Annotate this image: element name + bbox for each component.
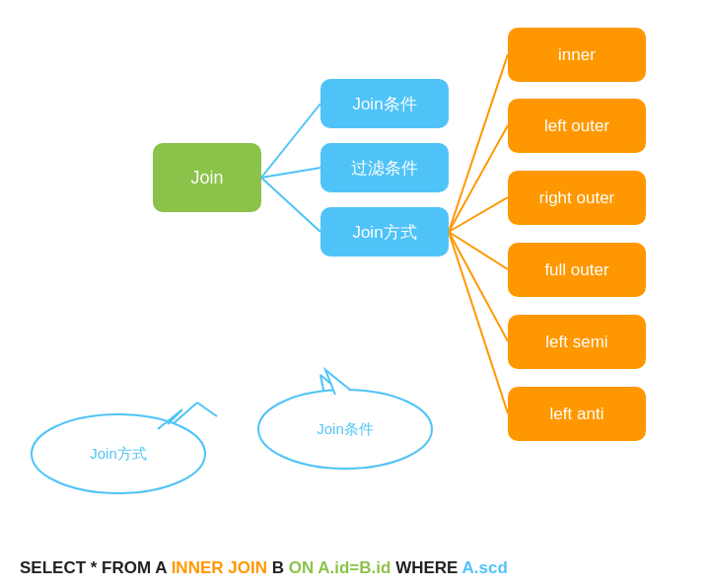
join-condition-box: Join条件	[320, 79, 449, 128]
type-full-outer: full outer	[508, 243, 646, 297]
type-right-outer-label: right outer	[539, 188, 615, 208]
svg-point-15	[258, 390, 432, 469]
type-left-semi: left semi	[508, 315, 646, 369]
svg-line-2	[261, 178, 320, 232]
svg-line-10	[197, 403, 217, 416]
filter-condition-box: 过滤条件	[320, 143, 449, 192]
join-type-label: Join方式	[352, 221, 416, 244]
join-condition-label: Join条件	[352, 93, 416, 115]
type-left-outer-label: left outer	[544, 116, 609, 136]
svg-line-9	[173, 403, 197, 424]
svg-line-1	[261, 168, 320, 178]
sql-b: B	[267, 558, 289, 577]
type-right-outer: right outer	[508, 171, 646, 225]
svg-point-13	[32, 414, 205, 493]
sql-condition: A.scd	[462, 558, 508, 577]
type-left-outer: left outer	[508, 99, 646, 153]
svg-line-12	[320, 375, 340, 392]
type-full-outer-label: full outer	[544, 260, 608, 280]
join-label: Join	[190, 168, 223, 188]
join-box: Join	[153, 143, 261, 212]
svg-line-11	[320, 375, 325, 400]
sql-inner-join: INNER JOIN	[172, 558, 267, 577]
svg-line-5	[449, 197, 508, 232]
filter-condition-label: 过滤条件	[351, 157, 418, 180]
type-inner: inner	[508, 28, 646, 82]
type-left-semi-label: left semi	[545, 332, 607, 352]
type-inner-label: inner	[558, 45, 596, 65]
sql-select: SELECT * FROM A	[20, 558, 172, 577]
sql-on: ON A.id=B.id	[289, 558, 391, 577]
svg-line-0	[261, 104, 320, 178]
type-left-anti: left anti	[508, 387, 646, 441]
svg-line-3	[449, 54, 508, 232]
type-left-anti-label: left anti	[550, 404, 604, 424]
sql-where: WHERE	[390, 558, 461, 577]
join-type-box: Join方式	[320, 207, 449, 257]
svg-text:Join条件: Join条件	[317, 420, 374, 437]
svg-line-7	[449, 232, 508, 341]
sql-bar: SELECT * FROM A INNER JOIN B ON A.id=B.i…	[20, 558, 508, 578]
svg-text:Join方式: Join方式	[90, 445, 147, 462]
svg-line-4	[449, 125, 508, 232]
svg-line-8	[449, 232, 508, 413]
svg-line-6	[449, 232, 508, 269]
